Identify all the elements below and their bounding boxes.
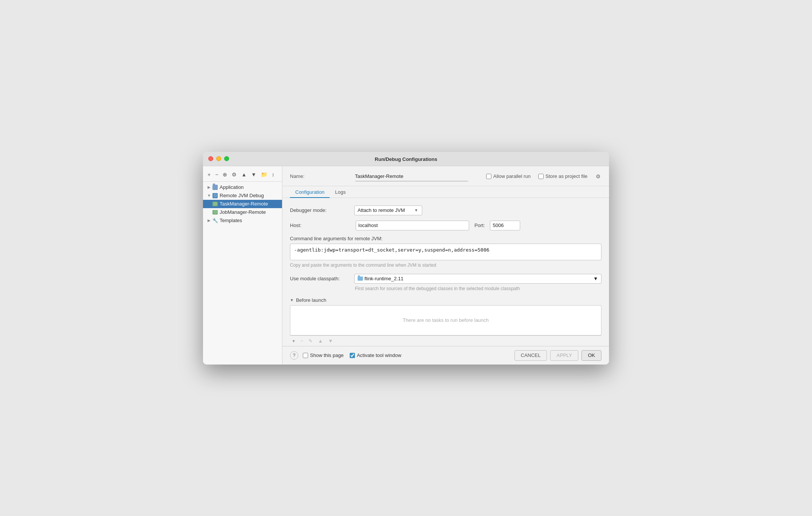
store-as-project-label[interactable]: Store as project file (538, 173, 587, 179)
application-icon (212, 184, 218, 190)
sort-button[interactable]: ↕ (270, 171, 276, 178)
dialog-footer: ? Show this page Activate tool window CA… (282, 346, 609, 365)
sidebar-item-label-taskmanager: TaskManager-Remote (220, 201, 268, 207)
move-down-button[interactable]: ▼ (249, 171, 258, 178)
before-launch-collapse-icon[interactable]: ▼ (290, 298, 294, 302)
folder-button[interactable]: 📁 (259, 171, 269, 178)
show-page-row: Show this page Activate tool window (303, 352, 510, 358)
remove-task-button[interactable]: − (298, 337, 306, 345)
activate-tool-window-checkbox[interactable] (350, 353, 355, 358)
module-chevron-down-icon: ▼ (593, 276, 598, 281)
before-launch-section: ▼ Before launch There are no tasks to ru… (290, 297, 601, 346)
ok-button[interactable]: OK (581, 350, 601, 361)
cancel-button[interactable]: CANCEL (514, 350, 547, 361)
traffic-lights (208, 156, 229, 161)
debugger-mode-label: Debugger mode: (290, 207, 350, 213)
debugger-mode-select[interactable]: Attach to remote JVM ▼ (354, 205, 422, 215)
module-classpath-select[interactable]: flink-runtime_2.11 ▼ (354, 274, 601, 284)
sidebar: + − ⊕ ⚙ ▲ ▼ 📁 ↕ ▶ Application ▼ (203, 166, 282, 365)
sidebar-item-label-application: Application (220, 184, 244, 190)
allow-parallel-run-checkbox[interactable] (486, 174, 491, 179)
edit-task-button[interactable]: ✎ (306, 337, 315, 345)
before-launch-header: ▼ Before launch (290, 297, 601, 303)
add-config-button[interactable]: + (206, 171, 212, 178)
port-input[interactable] (490, 221, 520, 230)
wrench-icon: 🔧 (212, 218, 218, 224)
name-label: Name: (290, 173, 350, 179)
module-classpath-label: Use module classpath: (290, 276, 350, 281)
module-classpath-hint: First search for sources of the debugged… (290, 286, 601, 291)
host-label: Host: (290, 222, 350, 228)
sidebar-item-taskmanager-remote[interactable]: ⬡ TaskManager-Remote (203, 200, 282, 208)
show-page-checkbox[interactable] (303, 353, 308, 358)
dialog-body: + − ⊕ ⚙ ▲ ▼ 📁 ↕ ▶ Application ▼ (203, 166, 609, 365)
maximize-button[interactable] (224, 156, 229, 161)
sidebar-item-application[interactable]: ▶ Application (203, 183, 282, 192)
cmd-args-box: -agentlib:jdwp=transport=dt_socket,serve… (290, 244, 601, 260)
module-classpath-row: Use module classpath: flink-runtime_2.11… (290, 274, 601, 284)
move-up-button[interactable]: ▲ (240, 171, 248, 178)
activate-tool-window-label[interactable]: Activate tool window (350, 352, 401, 358)
tasks-box: There are no tasks to run before launch (290, 305, 601, 335)
run-debug-configurations-dialog: Run/Debug Configurations + − ⊕ ⚙ ▲ ▼ 📁 ↕… (203, 152, 609, 365)
no-tasks-text: There are no tasks to run before launch (403, 317, 489, 323)
host-input[interactable] (356, 221, 469, 230)
task-up-button[interactable]: ▲ (316, 337, 325, 345)
jobmanager-config-icon: ⬡ (212, 209, 218, 215)
config-settings-button[interactable]: ⚙ (230, 171, 238, 178)
sidebar-item-jobmanager-remote[interactable]: ⬡ JobManager-Remote (203, 208, 282, 216)
store-as-project-gear-button[interactable]: ⚙ (595, 173, 601, 179)
remote-jvm-icon: ⬡ (212, 193, 218, 199)
expand-icon-remote-jvm: ▼ (206, 193, 212, 199)
taskmanager-config-icon: ⬡ (212, 201, 218, 207)
expand-icon-templates: ▶ (206, 218, 212, 224)
name-input[interactable] (355, 171, 468, 181)
store-as-project-checkbox[interactable] (538, 174, 544, 179)
cmd-args-hint: Copy and paste the arguments to the comm… (290, 263, 601, 268)
sidebar-item-label-templates: Templates (220, 218, 242, 223)
tab-configuration[interactable]: Configuration (290, 186, 330, 198)
cmd-args-label: Command line arguments for remote JVM: (290, 236, 601, 241)
copy-config-button[interactable]: ⊕ (221, 171, 229, 178)
footer-buttons: CANCEL APPLY OK (514, 350, 602, 361)
tab-bar: Configuration Logs (282, 186, 609, 198)
expand-icon-application: ▶ (206, 184, 212, 190)
config-header: Name: Allow parallel run Store as projec… (282, 166, 609, 186)
host-port-row: Host: Port: (290, 221, 601, 230)
sidebar-item-templates[interactable]: ▶ 🔧 Templates (203, 216, 282, 225)
folder-icon (358, 277, 363, 281)
tasks-toolbar: + − ✎ ▲ ▼ (290, 335, 601, 346)
before-launch-label: Before launch (296, 297, 326, 303)
configuration-content: Debugger mode: Attach to remote JVM ▼ Ho… (282, 198, 609, 346)
title-bar: Run/Debug Configurations (203, 152, 609, 166)
task-down-button[interactable]: ▼ (326, 337, 335, 345)
dialog-title: Run/Debug Configurations (375, 156, 437, 162)
header-options: Allow parallel run Store as project file… (486, 173, 601, 179)
sidebar-item-label-jobmanager: JobManager-Remote (220, 209, 266, 215)
add-task-button[interactable]: + (290, 337, 298, 345)
debugger-mode-row: Debugger mode: Attach to remote JVM ▼ (290, 205, 601, 215)
sidebar-toolbar: + − ⊕ ⚙ ▲ ▼ 📁 ↕ (203, 169, 282, 182)
remove-config-button[interactable]: − (214, 171, 220, 178)
cmd-args-section: Command line arguments for remote JVM: -… (290, 236, 601, 268)
main-content: Name: Allow parallel run Store as projec… (282, 166, 609, 365)
sidebar-item-remote-jvm-debug[interactable]: ▼ ⬡ Remote JVM Debug (203, 192, 282, 200)
help-button[interactable]: ? (290, 351, 298, 360)
allow-parallel-run-label[interactable]: Allow parallel run (486, 173, 531, 179)
port-label: Port: (474, 222, 485, 228)
close-button[interactable] (208, 156, 213, 161)
sidebar-item-label-remote-jvm: Remote JVM Debug (220, 193, 264, 198)
apply-button[interactable]: APPLY (550, 350, 578, 361)
chevron-down-icon: ▼ (414, 208, 418, 212)
show-page-label[interactable]: Show this page (303, 352, 344, 358)
minimize-button[interactable] (216, 156, 221, 161)
tab-logs[interactable]: Logs (330, 186, 351, 198)
